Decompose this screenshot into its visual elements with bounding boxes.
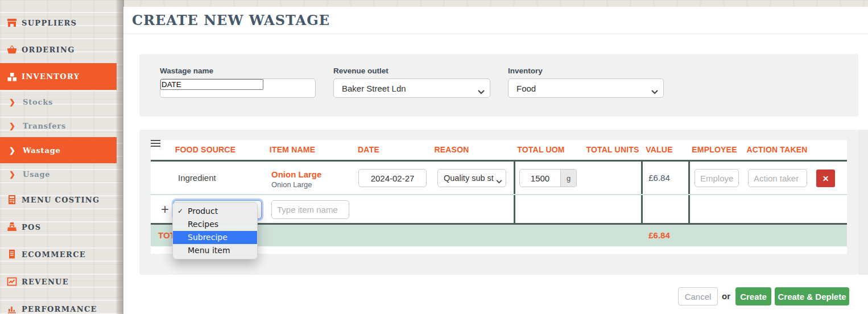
sidebar-item-label: INVENTORY [22,72,80,81]
chevron-down-icon [496,176,502,185]
wastage-form-panel: Wastage name Revenue outlet Inventory Ba… [139,54,858,117]
sidebar-item-label: ORDERING [22,46,75,54]
row-divider [151,194,847,195]
row-drag-handle[interactable] [151,140,160,147]
col-header-action-taken: ACTION TAKEN [737,140,817,160]
store-icon [6,16,18,29]
row-employee-field [695,169,739,187]
right-gutter [858,130,868,275]
cancel-button[interactable]: Cancel [678,287,718,305]
sidebar-item-transfers[interactable]: ❯ Transfers [0,114,117,138]
page-title: CREATE NEW WASTAGE [132,7,330,34]
revenue-outlet-select[interactable]: Baker Street Ldn [333,78,490,98]
total-value: £6.84 [636,225,682,246]
row-reason-select[interactable]: Quality sub st [437,169,506,187]
col-header-item-name: ITEM NAME [250,140,335,160]
row-reason-value: Quality sub st [444,173,494,183]
row-date-input[interactable] [359,170,426,187]
col-header-total-uom: TOTAL UOM [507,140,575,160]
create-button[interactable]: Create [735,287,771,305]
row-uom-field [519,169,561,187]
sidebar-item-wastage[interactable]: ❯ Wastage [0,137,117,163]
basket-icon [6,43,18,56]
sidebar-item-pos[interactable]: POS [0,213,117,241]
or-label: or [722,287,730,305]
page-header: CREATE NEW WASTAGE [123,7,868,34]
inventory-select[interactable]: Food [508,78,664,98]
cash-register-icon [6,221,18,233]
sidebar-item-usage[interactable]: ❯ Usage [0,162,117,186]
close-icon: ✕ [822,174,829,183]
line-chart-icon [6,275,18,288]
sidebar-item-label: PERFORMANCE [22,305,97,313]
wastage-name-input[interactable] [160,79,263,90]
sidebar-item-stocks[interactable]: ❯ Stocks [0,90,117,114]
col-header-date: DATE [340,140,397,160]
chevron-right-icon: ❯ [9,98,15,106]
dropdown-option-label: Product [188,206,218,216]
main-content: CREATE NEW WASTAGE Wastage name Revenue … [123,7,868,314]
row-item-subtext: Onion Large [271,180,312,189]
chevron-right-icon: ❯ [9,170,15,179]
dropdown-option-menu-item[interactable]: Menu item [173,244,257,257]
uom-unit-addon: g [561,169,577,187]
sidebar: SUPPLIERS ORDERING INVENTORY ❯ Stocks ❯ … [0,0,117,314]
sidebar-item-label: Wastage [23,146,61,155]
sidebar-item-ecommerce[interactable]: ECOMMERCE [0,241,117,268]
row-date-field [358,169,427,187]
add-row-button[interactable]: + [158,195,172,223]
wastage-name-field [160,78,316,98]
calculator-icon [6,193,18,206]
food-source-dropdown-menu: ✓ Product Recipes Subrecipe Menu item [172,202,258,259]
row-item-name-link[interactable]: Onion Large [271,170,321,179]
dropdown-option-label: Recipes [188,220,218,229]
row-action-taken-input[interactable] [749,170,807,187]
revenue-outlet-value: Baker Street Ldn [342,84,406,93]
sidebar-item-suppliers[interactable]: SUPPLIERS [0,9,117,36]
header-divider [151,160,847,162]
col-header-food-source: FOOD SOURCE [163,140,248,160]
create-and-deplete-button[interactable]: Create & Deplete [775,287,849,305]
dropdown-option-product[interactable]: ✓ Product [173,205,257,218]
bar-chart-icon [6,303,18,314]
sidebar-edge-shadow [115,0,124,314]
sidebar-item-label: ECOMMERCE [22,250,86,259]
col-header-value: VALUE [636,140,682,160]
row-uom-input[interactable] [520,170,560,187]
dropdown-option-label: Subrecipe [188,233,228,242]
row-employee-input[interactable] [695,170,738,187]
row-food-source: Ingredient [178,162,216,194]
dropdown-option-recipes[interactable]: Recipes [173,218,257,231]
new-row-item-field [271,200,349,219]
sidebar-item-ordering[interactable]: ORDERING [0,36,117,63]
chevron-right-icon: ❯ [9,122,15,130]
sidebar-item-performance[interactable]: PERFORMANCE [0,295,117,314]
plus-icon: + [161,201,169,217]
sidebar-item-label: Stocks [23,98,53,106]
row-action-taken-field [748,169,807,187]
dropdown-option-label: Menu item [188,246,230,255]
row-value: £6.84 [636,162,682,194]
new-row-item-input[interactable] [272,201,349,218]
boxes-icon [6,71,18,83]
chevron-down-icon [478,86,485,96]
dropdown-option-subrecipe[interactable]: Subrecipe [173,231,257,244]
delete-row-button[interactable]: ✕ [816,170,835,187]
sidebar-item-label: SUPPLIERS [22,19,77,27]
chevron-right-icon: ❯ [9,146,15,155]
sidebar-item-label: REVENUE [22,278,69,286]
col-header-reason: REASON [418,140,486,160]
inventory-label: Inventory [508,67,543,75]
sidebar-item-revenue[interactable]: REVENUE [0,268,117,295]
sidebar-item-menu-costing[interactable]: MENU COSTING [0,186,117,213]
revenue-outlet-label: Revenue outlet [333,67,388,75]
sidebar-item-label: MENU COSTING [22,196,100,204]
check-icon: ✓ [177,205,183,218]
sidebar-item-label: POS [22,223,41,232]
sidebar-item-label: Usage [23,170,50,179]
wastage-name-label: Wastage name [160,67,213,75]
sidebar-item-inventory[interactable]: INVENTORY [0,63,117,90]
sidebar-item-label: Transfers [23,122,66,130]
inventory-value: Food [516,84,536,93]
receipt-icon [6,248,18,261]
